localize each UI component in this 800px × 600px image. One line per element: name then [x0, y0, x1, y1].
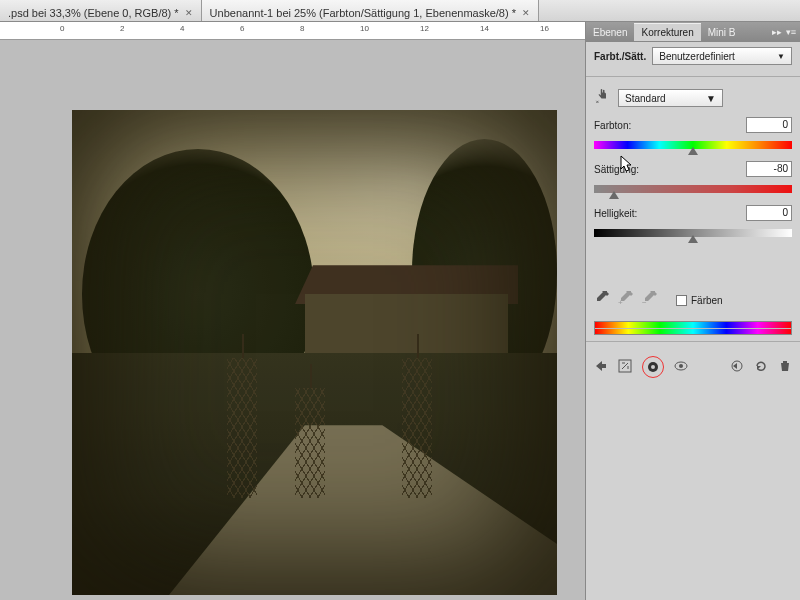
canvas-area — [0, 40, 585, 600]
eyedropper-plus-icon[interactable]: + — [618, 291, 634, 309]
tab-adjustments[interactable]: Korrekturen — [634, 23, 700, 41]
range-value: Standard — [625, 93, 666, 104]
svg-point-4 — [651, 365, 655, 369]
eyedropper-row: + − Färben — [586, 285, 800, 315]
close-icon[interactable]: ✕ — [522, 8, 530, 18]
lightness-label: Helligkeit: — [594, 208, 637, 219]
ruler-mark: 4 — [180, 24, 184, 33]
lightness-slider-block: Helligkeit: 0 — [586, 201, 800, 245]
document-canvas[interactable] — [72, 110, 557, 595]
colorize-checkbox[interactable]: Färben — [676, 295, 723, 306]
document-tab-label: Unbenannt-1 bei 25% (Farbton/Sättigung 1… — [210, 7, 516, 19]
close-icon[interactable]: ✕ — [185, 8, 193, 18]
hue-slider[interactable] — [594, 137, 792, 149]
saturation-slider-block: Sättigung: -80 — [586, 157, 800, 201]
visibility-eye-icon[interactable] — [674, 359, 688, 375]
reset-icon[interactable] — [754, 359, 768, 375]
adjustment-title: Farbt./Sätt. — [594, 51, 646, 62]
adjustments-panel: Ebenen Korrekturen Mini B ▸▸ ▾≡ Farbt./S… — [585, 22, 800, 600]
saturation-label: Sättigung: — [594, 164, 639, 175]
expand-view-icon[interactable] — [618, 359, 632, 375]
ruler-mark: 12 — [420, 24, 429, 33]
tab-layers[interactable]: Ebenen — [586, 24, 634, 41]
hue-slider-block: Farbton: 0 — [586, 113, 800, 157]
ruler-mark: 8 — [300, 24, 304, 33]
tab-mini-bridge[interactable]: Mini B — [701, 24, 743, 41]
checkbox-icon — [676, 295, 687, 306]
slider-thumb[interactable] — [609, 191, 619, 199]
preset-dropdown[interactable]: Benutzerdefiniert ▼ — [652, 47, 792, 65]
trash-icon[interactable] — [778, 359, 792, 375]
color-spectrum — [594, 321, 792, 335]
ruler-mark: 2 — [120, 24, 124, 33]
hue-value-input[interactable]: 0 — [746, 117, 792, 133]
panel-tab-bar: Ebenen Korrekturen Mini B ▸▸ ▾≡ — [586, 22, 800, 42]
ruler-mark: 14 — [480, 24, 489, 33]
back-arrow-icon[interactable] — [594, 359, 608, 375]
document-tab-label: .psd bei 33,3% (Ebene 0, RGB/8) * — [8, 7, 179, 19]
preset-value: Benutzerdefiniert — [659, 51, 735, 62]
colorize-label: Färben — [691, 295, 723, 306]
slider-thumb[interactable] — [688, 147, 698, 155]
eyedropper-icon[interactable] — [594, 291, 610, 309]
svg-text:−: − — [642, 298, 647, 307]
saturation-slider[interactable] — [594, 181, 792, 193]
ruler-mark: 16 — [540, 24, 549, 33]
image-content — [72, 110, 557, 595]
hue-label: Farbton: — [594, 120, 631, 131]
clip-to-layer-button[interactable] — [642, 356, 664, 378]
panel-collapse-icon[interactable]: ▸▸ — [772, 27, 782, 37]
ruler-mark: 6 — [240, 24, 244, 33]
targeted-adjustment-icon[interactable] — [594, 88, 612, 108]
lightness-value-input[interactable]: 0 — [746, 205, 792, 221]
document-tab-0[interactable]: .psd bei 33,3% (Ebene 0, RGB/8) * ✕ — [0, 0, 202, 21]
color-range-dropdown[interactable]: Standard ▼ — [618, 89, 723, 107]
svg-text:+: + — [618, 298, 623, 307]
ruler-mark: 10 — [360, 24, 369, 33]
document-tabs: .psd bei 33,3% (Ebene 0, RGB/8) * ✕ Unbe… — [0, 0, 800, 22]
panel-menu-icon[interactable]: ▾≡ — [786, 27, 796, 37]
chevron-down-icon: ▼ — [706, 93, 716, 104]
previous-state-icon[interactable] — [730, 359, 744, 375]
eyedropper-minus-icon[interactable]: − — [642, 291, 658, 309]
chevron-down-icon: ▼ — [777, 52, 785, 61]
svg-point-6 — [679, 364, 683, 368]
saturation-value-input[interactable]: -80 — [746, 161, 792, 177]
slider-thumb[interactable] — [688, 235, 698, 243]
lightness-slider[interactable] — [594, 225, 792, 237]
document-tab-1[interactable]: Unbenannt-1 bei 25% (Farbton/Sättigung 1… — [202, 0, 539, 21]
panel-footer — [586, 348, 800, 386]
ruler-mark: 0 — [60, 24, 64, 33]
